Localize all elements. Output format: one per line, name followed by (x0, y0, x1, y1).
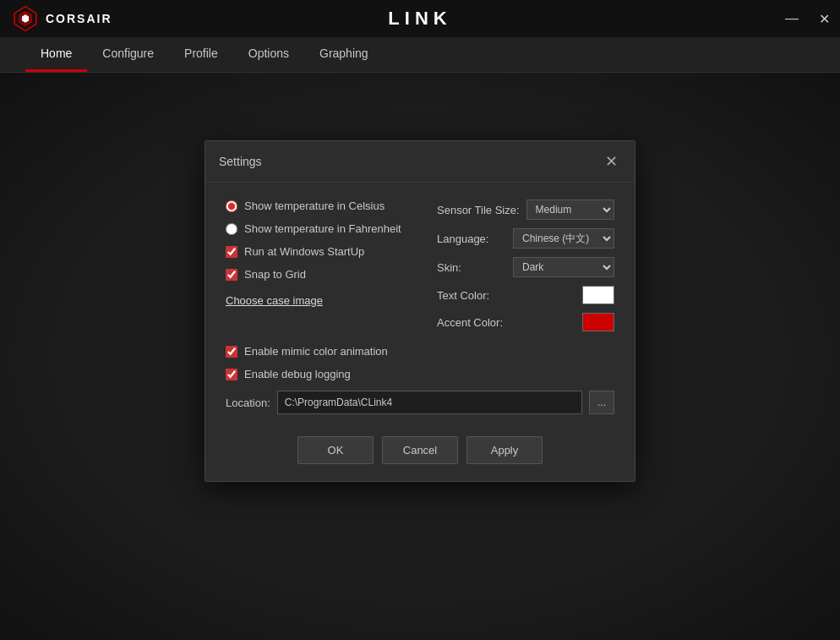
minimize-button[interactable]: — (776, 0, 808, 37)
product-name: LINK (388, 8, 451, 29)
fahrenheit-radio[interactable] (226, 223, 237, 235)
sensor-size-select[interactable]: Small Medium Large (526, 200, 614, 220)
celsius-option[interactable]: Show temperature in Celsius (226, 200, 412, 212)
location-label: Location: (226, 397, 270, 409)
left-column: Show temperature in Celsius Show tempera… (226, 200, 412, 331)
language-select[interactable]: English Chinese (中文) German French (513, 228, 614, 249)
window-close-button[interactable]: ✕ (808, 0, 840, 37)
corsair-icon (12, 5, 39, 32)
cancel-button[interactable]: Cancel (382, 436, 458, 464)
nav-home[interactable]: Home (25, 37, 87, 72)
dialog-bottom: Enable mimic color animation Enable debu… (205, 345, 635, 428)
sensor-size-row: Sensor Tile Size: Small Medium Large (437, 200, 614, 220)
nav-configure[interactable]: Configure (87, 37, 169, 72)
right-column: Sensor Tile Size: Small Medium Large Lan… (437, 200, 614, 331)
mimic-color-label: Enable mimic color animation (244, 345, 388, 358)
accent-color-swatch[interactable] (582, 313, 614, 331)
dialog-header: Settings ✕ (205, 141, 635, 183)
navbar: Home Configure Profile Options Graphing (0, 37, 840, 73)
browse-button[interactable]: ... (589, 391, 614, 414)
skin-select[interactable]: Dark Light (513, 257, 614, 277)
fahrenheit-label: Show temperature in Fahrenheit (244, 222, 401, 235)
choose-case-link[interactable]: Choose case image (226, 294, 412, 307)
run-startup-option[interactable]: Run at Windows StartUp (226, 245, 412, 258)
snap-grid-option[interactable]: Snap to Grid (226, 268, 412, 281)
brand-name: CORSAIR (46, 12, 112, 25)
ok-button[interactable]: OK (297, 436, 374, 464)
dialog-close-button[interactable]: ✕ (601, 151, 621, 172)
dialog-overlay: Settings ✕ Show temperature in Celsius S… (0, 73, 840, 640)
celsius-radio[interactable] (226, 200, 237, 212)
language-row: Language: English Chinese (中文) German Fr… (437, 228, 614, 249)
text-color-swatch[interactable] (582, 286, 614, 304)
debug-log-checkbox[interactable] (226, 369, 237, 380)
dialog-actions: OK Cancel Apply (205, 428, 635, 481)
accent-color-row: Accent Color: (437, 313, 614, 331)
celsius-label: Show temperature in Celsius (244, 200, 385, 212)
snap-grid-label: Snap to Grid (244, 268, 306, 281)
mimic-color-checkbox[interactable] (226, 346, 237, 358)
run-startup-checkbox[interactable] (226, 246, 237, 258)
main-area: Settings ✕ Show temperature in Celsius S… (0, 73, 840, 640)
location-input[interactable] (277, 391, 582, 414)
text-color-label: Text Color: (437, 289, 489, 302)
dialog-body: Show temperature in Celsius Show tempera… (205, 183, 635, 345)
snap-grid-checkbox[interactable] (226, 269, 237, 281)
sensor-size-label: Sensor Tile Size: (437, 204, 520, 216)
mimic-color-option[interactable]: Enable mimic color animation (226, 345, 614, 358)
location-row: Location: ... (226, 391, 614, 414)
text-color-row: Text Color: (437, 286, 614, 304)
language-label: Language: (437, 232, 488, 245)
debug-log-option[interactable]: Enable debug logging (226, 368, 614, 380)
dialog-title: Settings (219, 155, 262, 168)
nav-options[interactable]: Options (233, 37, 304, 72)
skin-row: Skin: Dark Light (437, 257, 614, 277)
apply-button[interactable]: Apply (466, 436, 543, 464)
fahrenheit-option[interactable]: Show temperature in Fahrenheit (226, 222, 412, 235)
debug-log-label: Enable debug logging (244, 368, 351, 380)
settings-dialog: Settings ✕ Show temperature in Celsius S… (205, 140, 635, 482)
skin-label: Skin: (437, 261, 461, 274)
nav-graphing[interactable]: Graphing (304, 37, 384, 72)
run-startup-label: Run at Windows StartUp (244, 245, 364, 258)
accent-color-label: Accent Color: (437, 316, 503, 329)
topbar: CORSAIR LINK — ✕ (0, 0, 840, 37)
nav-profile[interactable]: Profile (169, 37, 233, 72)
